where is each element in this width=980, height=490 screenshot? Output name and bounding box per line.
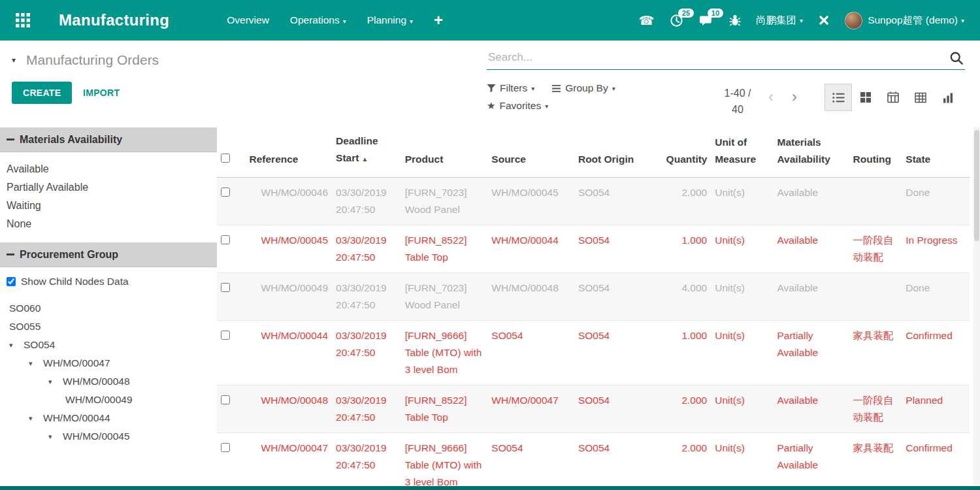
tree-item-wh-mo-00048[interactable]: ▾ WH/MO/00048 — [0, 372, 217, 391]
column-header-root-origin[interactable]: Root Origin — [574, 127, 662, 178]
search-input[interactable] — [487, 48, 965, 70]
row-checkbox[interactable] — [221, 235, 230, 244]
cell-product: [FURN_9666] Table (MTO) with 3 level Bom — [401, 321, 488, 385]
column-header-source[interactable]: Source — [487, 127, 574, 178]
column-header-routing[interactable]: Routing — [849, 127, 902, 178]
horizontal-scrollbar[interactable] — [0, 486, 980, 490]
vertical-scrollbar[interactable] — [973, 127, 980, 486]
sidebar-item-available[interactable]: Available — [0, 160, 217, 178]
import-button[interactable]: IMPORT — [83, 88, 120, 98]
column-header-availability[interactable]: Materials Availability — [773, 127, 849, 178]
table-row[interactable]: WH/MO/00048 03/30/2019 20:47:50 [FURN_85… — [217, 385, 970, 433]
menu-planning[interactable]: Planning▾ — [357, 8, 423, 33]
view-graph-button[interactable] — [934, 84, 962, 111]
select-all-checkbox[interactable] — [221, 154, 230, 163]
cell-deadline: 03/30/2019 20:47:50 — [332, 433, 401, 487]
cell-reference: WH/MO/00046 — [246, 178, 333, 225]
column-header-deadline-start[interactable]: Deadline Start▲ — [332, 127, 401, 178]
cell-reference: WH/MO/00045 — [246, 225, 333, 273]
column-header-state[interactable]: State — [902, 127, 970, 178]
table-row[interactable]: WH/MO/00049 03/30/2019 20:47:50 [FURN_70… — [217, 273, 970, 321]
company-switcher[interactable]: 尚鹏集团▾ — [749, 8, 809, 33]
user-name: Sunpop超管 (demo) — [868, 14, 958, 27]
quick-create-button[interactable]: + — [423, 8, 453, 32]
cell-uom: Unit(s) — [711, 178, 773, 225]
tree-item-so055[interactable]: SO055 — [0, 318, 217, 336]
row-checkbox[interactable] — [221, 395, 230, 404]
tree-item-so054[interactable]: ▾ SO054 — [0, 336, 217, 354]
cell-uom: Unit(s) — [711, 321, 773, 385]
graph-view-icon — [942, 92, 954, 103]
top-menu: Overview Operations▾ Planning▾ + — [216, 8, 453, 33]
cell-routing: 一阶段自动装配 — [849, 385, 902, 433]
menu-overview[interactable]: Overview — [216, 8, 280, 33]
chevron-down-icon: ▾ — [48, 433, 63, 441]
column-header-uom[interactable]: Unit of Measure — [711, 127, 773, 178]
view-pivot-button[interactable] — [907, 84, 934, 111]
cell-deadline: 03/30/2019 20:47:50 — [332, 385, 401, 433]
pager-next-button[interactable]: › — [792, 88, 797, 106]
sidebar-item-none[interactable]: None — [0, 215, 217, 233]
view-list-button[interactable] — [825, 84, 852, 111]
row-checkbox[interactable] — [221, 443, 230, 452]
favorites-dropdown[interactable]: ★ Favorites ▾ — [487, 100, 548, 112]
tree-item-wh-mo-00045[interactable]: ▾ WH/MO/00045 — [0, 427, 217, 446]
menu-operations[interactable]: Operations▾ — [280, 8, 357, 33]
column-header-reference[interactable]: Reference — [246, 127, 333, 178]
tree-item-so060[interactable]: SO060 — [0, 299, 217, 318]
table-row[interactable]: WH/MO/00044 03/30/2019 20:47:50 [FURN_96… — [217, 321, 970, 385]
group-by-dropdown[interactable]: Group By ▾ — [551, 82, 615, 94]
tree-item-wh-mo-00047[interactable]: ▾ WH/MO/00047 — [0, 354, 217, 372]
filter-funnel-icon — [487, 84, 496, 93]
scrollbar-thumb[interactable] — [974, 130, 979, 241]
column-header-product[interactable]: Product — [401, 127, 488, 178]
view-calendar-button[interactable] — [879, 84, 907, 111]
row-checkbox[interactable] — [221, 331, 230, 340]
top-navbar: Manufacturing Overview Operations▾ Plann… — [0, 0, 980, 41]
show-child-nodes-option[interactable]: Show Child Nodes Data — [0, 267, 217, 294]
cell-deadline: 03/30/2019 20:47:50 — [332, 321, 401, 385]
chevron-down-icon: ▾ — [410, 18, 413, 25]
sidebar-section-materials-availability[interactable]: Materials Availability — [0, 127, 217, 152]
create-button[interactable]: CREATE — [12, 82, 72, 104]
voip-phone-button[interactable]: ☎ — [630, 9, 662, 32]
search-icon[interactable] — [949, 51, 964, 68]
chevron-down-icon: ▾ — [29, 414, 43, 423]
user-menu[interactable]: Sunpop超管 (demo) ▾ — [838, 7, 971, 35]
table-row[interactable]: WH/MO/00047 03/30/2019 20:47:50 [FURN_96… — [217, 433, 970, 487]
row-checkbox[interactable] — [221, 188, 230, 197]
column-header-quantity[interactable]: Quantity — [662, 127, 711, 178]
filters-dropdown[interactable]: Filters ▾ — [487, 82, 534, 94]
show-child-nodes-checkbox[interactable] — [7, 277, 16, 286]
pager-counter: 1-40 / 40 — [717, 85, 758, 118]
table-row[interactable]: WH/MO/00045 03/30/2019 20:47:50 [FURN_85… — [217, 225, 970, 273]
row-checkbox[interactable] — [221, 283, 230, 292]
messages-button[interactable]: 10 — [691, 8, 721, 33]
cell-root-origin: SO054 — [574, 433, 662, 487]
chevron-down-icon: ▾ — [961, 17, 964, 24]
settings-tools-button[interactable] — [809, 8, 838, 32]
sidebar-section-procurement-group[interactable]: Procurement Group — [0, 242, 217, 267]
chevron-down-icon: ▾ — [531, 85, 534, 92]
cell-root-origin: SO054 — [574, 178, 662, 225]
sidebar-item-partially-available[interactable]: Partially Available — [0, 178, 217, 197]
tree-item-wh-mo-00049[interactable]: ▾ WH/MO/00049 — [0, 391, 217, 409]
debug-button[interactable] — [721, 8, 749, 32]
apps-menu-icon[interactable] — [13, 10, 33, 30]
table-row[interactable]: WH/MO/00046 03/30/2019 20:47:50 [FURN_70… — [217, 178, 970, 225]
cell-quantity: 2.000 — [662, 433, 711, 487]
pager-previous-button[interactable]: ‹ — [768, 88, 774, 106]
breadcrumb[interactable]: ▾ Manufacturing Orders — [12, 52, 159, 68]
cell-source: SO054 — [487, 321, 574, 385]
sidebar-item-waiting[interactable]: Waiting — [0, 197, 217, 215]
filter-bar: Filters ▾ Group By ▾ ★ Favorites ▾ — [487, 82, 715, 118]
tree-item-wh-mo-00044[interactable]: ▾ WH/MO/00044 — [0, 409, 217, 427]
kanban-view-icon — [860, 91, 872, 103]
activities-button[interactable]: 25 — [662, 8, 691, 33]
cell-routing: 家具装配 — [849, 321, 902, 385]
cell-state: Done — [902, 178, 970, 225]
table-header-row: Reference Deadline Start▲ Product Source… — [217, 127, 970, 178]
collapse-minus-icon — [7, 139, 14, 140]
view-kanban-button[interactable] — [852, 84, 879, 111]
cell-product: [FURN_8522] Table Top — [401, 225, 488, 273]
